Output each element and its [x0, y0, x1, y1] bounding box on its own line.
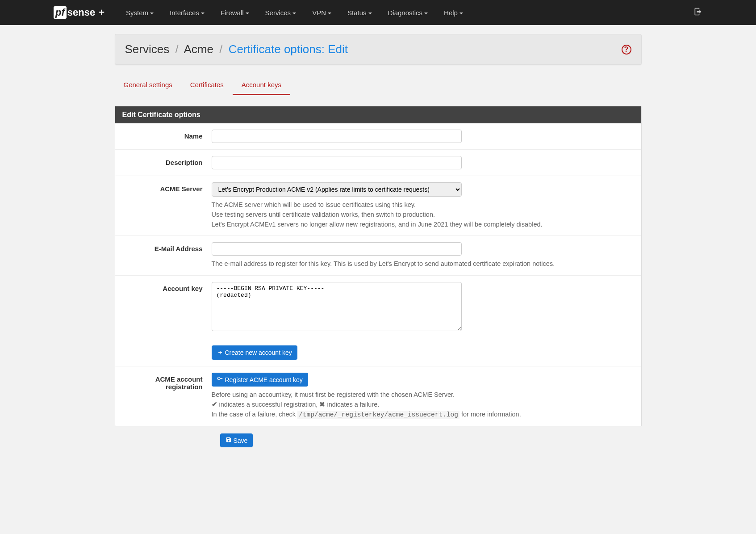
logo-suffix: +: [99, 7, 104, 18]
help-icon[interactable]: ?: [622, 45, 631, 55]
nav-item-label: VPN: [312, 9, 326, 17]
acme-server-select[interactable]: Let's Encrypt Production ACME v2 (Applie…: [212, 182, 462, 197]
label-description: Description: [122, 156, 212, 166]
save-button[interactable]: Save: [220, 433, 253, 447]
chevron-down-icon: [368, 13, 372, 14]
row-account-key: Account key: [115, 276, 641, 339]
create-new-account-key-button[interactable]: ＋Create new account key: [212, 345, 297, 360]
label-acme-server: ACME Server: [122, 182, 212, 193]
panel-title: Edit Certificate options: [115, 106, 641, 123]
label-email: E-Mail Address: [122, 242, 212, 252]
chevron-down-icon: [201, 13, 205, 14]
label-account-key: Account key: [122, 282, 212, 292]
tab-certificates[interactable]: Certificates: [181, 76, 233, 95]
help-text: ✔ indicates a successful registration, ✖…: [212, 400, 614, 410]
nav-item-label: Firewall: [221, 9, 244, 17]
chevron-down-icon: [246, 13, 249, 14]
help-text: Use testing servers until certificate va…: [212, 210, 614, 220]
nav-vpn[interactable]: VPN: [304, 1, 339, 25]
label-name: Name: [122, 130, 212, 140]
help-text: The e-mail address to register for this …: [212, 259, 614, 269]
nav-item-label: Services: [265, 9, 291, 17]
nav-firewall[interactable]: Firewall: [213, 1, 257, 25]
nav-interfaces[interactable]: Interfaces: [162, 1, 213, 25]
chevron-down-icon: [459, 13, 463, 14]
register-acme-account-key-button[interactable]: Register ACME account key: [212, 373, 308, 387]
x-icon: ✖: [319, 400, 325, 410]
button-label: Create new account key: [225, 349, 292, 356]
logo-prefix: pf: [54, 6, 67, 19]
breadcrumb-current: Certificate options: Edit: [229, 42, 348, 56]
key-icon: [217, 376, 223, 383]
nav-item-label: System: [126, 9, 148, 17]
chevron-down-icon: [292, 13, 296, 14]
save-row: Save: [115, 433, 642, 447]
breadcrumb-separator: /: [175, 42, 178, 56]
edit-panel: Edit Certificate options Name Descriptio…: [115, 106, 642, 426]
tabs: General settings Certificates Account ke…: [115, 76, 642, 95]
plus-icon: ＋: [217, 349, 223, 357]
row-description: Description: [115, 150, 641, 176]
help-text-part: indicates a successful registration,: [217, 401, 320, 408]
breadcrumb-bar: Services / Acme / Certificate options: E…: [115, 34, 642, 65]
log-path: /tmp/acme/_registerkey/acme_issuecert.lo…: [297, 411, 459, 419]
row-name: Name: [115, 123, 641, 150]
tab-general-settings[interactable]: General settings: [115, 76, 181, 95]
help-text: Before using an accountkey, it must firs…: [212, 390, 614, 400]
nav-menu: System Interfaces Firewall Services VPN …: [118, 1, 471, 25]
nav-system[interactable]: System: [118, 1, 162, 25]
help-text: Let's Encrypt ACMEv1 servers no longer a…: [212, 220, 614, 230]
help-text: In the case of a failure, check /tmp/acm…: [212, 410, 614, 420]
nav-status[interactable]: Status: [339, 1, 380, 25]
label-registration: ACME account registration: [122, 373, 212, 391]
help-text-part: In the case of a failure, check: [212, 411, 298, 418]
nav-services[interactable]: Services: [257, 1, 305, 25]
logo[interactable]: pfsense+: [54, 6, 104, 19]
save-icon: [226, 437, 232, 444]
nav-item-label: Interfaces: [170, 9, 199, 17]
logout-icon[interactable]: [693, 7, 702, 18]
row-registration: ACME account registration Register ACME …: [115, 366, 641, 426]
account-key-textarea[interactable]: [212, 282, 462, 331]
nav-help[interactable]: Help: [436, 1, 471, 25]
description-input[interactable]: [212, 156, 462, 169]
breadcrumb-acme[interactable]: Acme: [184, 42, 213, 56]
chevron-down-icon: [328, 13, 331, 14]
chevron-down-icon: [150, 13, 154, 14]
help-text-part: indicates a failure.: [325, 401, 379, 408]
nav-item-label: Help: [444, 9, 458, 17]
button-label: Save: [234, 437, 248, 444]
email-input[interactable]: [212, 242, 462, 256]
breadcrumb-services[interactable]: Services: [125, 42, 170, 56]
breadcrumb: Services / Acme / Certificate options: E…: [125, 42, 348, 56]
logo-main: sense: [67, 7, 95, 18]
nav-diagnostics[interactable]: Diagnostics: [380, 1, 436, 25]
help-text: The ACME server which will be used to is…: [212, 200, 614, 210]
breadcrumb-separator: /: [219, 42, 222, 56]
nav-item-label: Status: [347, 9, 367, 17]
check-icon: ✔: [212, 400, 217, 410]
name-input[interactable]: [212, 130, 462, 143]
row-acme-server: ACME Server Let's Encrypt Production ACM…: [115, 176, 641, 236]
tab-account-keys[interactable]: Account keys: [233, 76, 290, 95]
row-email: E-Mail Address The e-mail address to reg…: [115, 236, 641, 276]
nav-item-label: Diagnostics: [388, 9, 423, 17]
row-create-key: ＋Create new account key: [115, 339, 641, 366]
help-text-part: for more information.: [459, 411, 521, 418]
top-navbar: pfsense+ System Interfaces Firewall Serv…: [0, 0, 756, 25]
button-label: Register ACME account key: [225, 376, 303, 383]
label-empty: [122, 345, 212, 348]
chevron-down-icon: [424, 13, 428, 14]
